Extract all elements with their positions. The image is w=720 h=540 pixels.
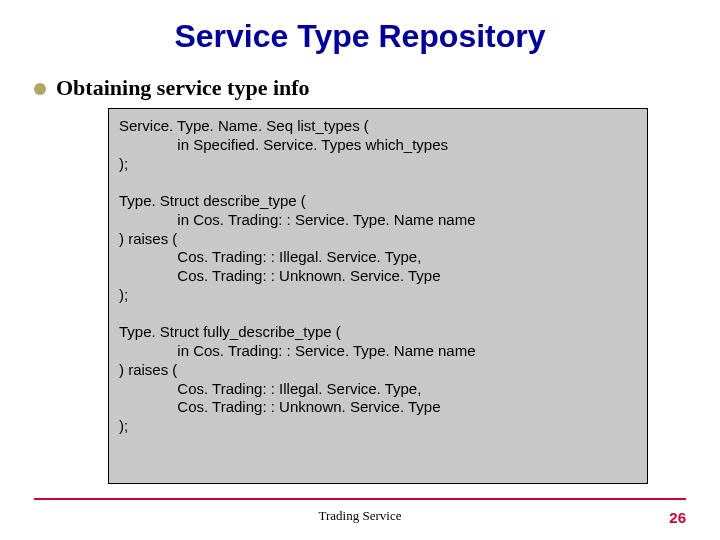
bullet-text: Obtaining service type info — [56, 75, 310, 101]
footer-divider — [34, 498, 686, 500]
footer-page-number: 26 — [669, 509, 686, 526]
bullet-icon — [34, 83, 46, 95]
bullet-row: Obtaining service type info — [34, 75, 690, 101]
slide-title: Service Type Repository — [0, 18, 720, 55]
slide: Service Type Repository Obtaining servic… — [0, 0, 720, 540]
code-block: Service. Type. Name. Seq list_types ( in… — [108, 108, 648, 484]
footer-title: Trading Service — [0, 508, 720, 524]
